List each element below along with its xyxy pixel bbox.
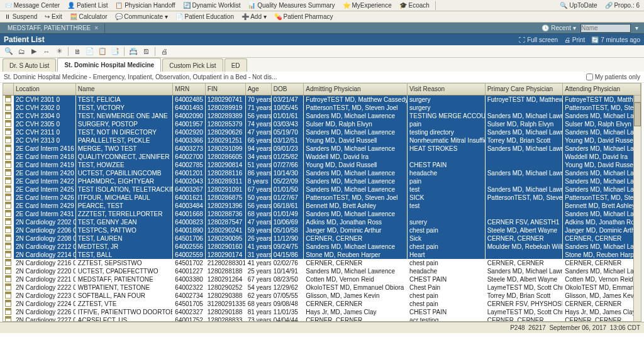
scroll-thumb[interactable] bbox=[634, 102, 641, 126]
clipboard-icon bbox=[5, 308, 11, 315]
col-location[interactable]: Location bbox=[13, 84, 75, 95]
toolbar-ecoach[interactable]: 🎓 Ecoach bbox=[396, 1, 433, 11]
toolbar-quality-measures-summary[interactable]: 📊 Quality Measures Summary bbox=[245, 1, 338, 11]
toolbar-patient-education[interactable]: 📄 Patient Education bbox=[172, 12, 237, 22]
table-row[interactable]: 2E Card Interm 2422 0PHARMDRC, EIGHTYEAR… bbox=[3, 177, 641, 185]
title-link-print[interactable]: 🖨 Print bbox=[564, 36, 585, 43]
status-pid: P248 bbox=[510, 324, 525, 331]
table-row[interactable]: 2C CVH 2305 0SURGERY, POSTOP640019571280… bbox=[3, 120, 641, 128]
col-att[interactable]: Attending Physician bbox=[563, 84, 641, 95]
table-row[interactable]: 2E Card Interm 2420 0UCTEST, CPABILLINGC… bbox=[3, 169, 641, 177]
toolbar-myexperience[interactable]: ⭐ MyExperience bbox=[340, 1, 395, 11]
tab-st-dominic-hospital-medicine[interactable]: St. Dominic Hospital Medicine bbox=[57, 58, 161, 72]
toolbar-icon-7[interactable]: 📄 bbox=[85, 47, 95, 56]
col-adm[interactable]: Admitting Physician bbox=[304, 84, 408, 95]
toolbar-icon-12[interactable]: 🖻 bbox=[141, 47, 151, 56]
toolbar-icon-9[interactable]: 📑 bbox=[110, 47, 120, 56]
list-tabs: Dr. S Auto ListSt. Dominic Hospital Medi… bbox=[0, 58, 644, 72]
col-dob[interactable]: DOB bbox=[271, 84, 303, 95]
tab-ed[interactable]: ED bbox=[225, 58, 247, 72]
toolbar-icon-0[interactable]: 🔍 bbox=[4, 47, 14, 56]
toolbar-physician-handoff[interactable]: 📋 Physician Handoff bbox=[112, 1, 178, 11]
toolbar-icon-11[interactable]: 📇 bbox=[128, 47, 138, 56]
clipboard-icon bbox=[5, 194, 11, 200]
col-pcp[interactable]: Primary Care Physician bbox=[485, 84, 563, 95]
table-row[interactable]: 2N Cardiology 2221 0MEDSTAFF, PATIENTONE… bbox=[3, 275, 641, 283]
clipboard-icon bbox=[5, 161, 11, 168]
col-fin[interactable]: FIN bbox=[205, 84, 245, 95]
toolbar-suspend[interactable]: ⏸ Suspend bbox=[1, 12, 40, 22]
toolbar-propo-6[interactable]: 🔗 Propo.: 6 bbox=[602, 1, 643, 11]
toolbar-exit[interactable]: ↪ Exit bbox=[42, 12, 65, 22]
col-name[interactable]: Name bbox=[75, 84, 172, 95]
table-row[interactable]: 2N Cardiology 2208 0TEST, LAUREN64501706… bbox=[3, 234, 641, 243]
table-row[interactable]: 2E Card Interm 2419 0TEST, HOWZEE6400278… bbox=[3, 161, 641, 169]
toolbar-icon-3[interactable]: ↔ bbox=[42, 47, 52, 56]
toolbar-uptodate[interactable]: 🔍 UpToDate bbox=[557, 1, 600, 11]
title-link-7-minutes-ago[interactable]: 🔄 7 minutes ago bbox=[591, 36, 640, 43]
scroll-up-button[interactable] bbox=[634, 95, 641, 102]
table-row[interactable]: 2N Cardiology 2226 0ITFIVE, PATIENTTWO D… bbox=[3, 308, 641, 316]
clipboard-icon bbox=[5, 283, 11, 290]
recent-dropdown[interactable]: 🕓 Recent ▾ bbox=[538, 23, 579, 33]
table-row[interactable]: 2N Cardiology 2214 0TEST, BALL6400255912… bbox=[3, 251, 641, 259]
toolbar-dynamic-worklist[interactable]: 🔄 Dynamic Worklist bbox=[180, 1, 244, 11]
toolbar-patient-pharmacy[interactable]: 💊 Patient Pharmacy bbox=[271, 12, 336, 22]
toolbar-icon-8[interactable]: 📋 bbox=[97, 47, 108, 56]
title-link-full-screen[interactable]: ⛶ Full screen bbox=[519, 36, 558, 43]
table-row[interactable]: 2C CVH 2313 0PARALLELTEST, PICKLE6400336… bbox=[3, 136, 641, 145]
my-patients-only[interactable]: My patients only bbox=[586, 74, 640, 80]
table-row[interactable]: 2N Cardiology 2220 0UCTEST, CPADEFECTTWO… bbox=[3, 267, 641, 275]
toolbar-icon-6[interactable]: 🗎 bbox=[72, 47, 82, 56]
status-bar: P248 26217 September 06, 2017 13:06 CDT bbox=[0, 322, 644, 333]
list-description: St. Dominic Hospital Medicine - Emergenc… bbox=[4, 74, 277, 80]
toolbar-calculator[interactable]: 🧮 Calculator bbox=[67, 12, 111, 22]
patient-search-input[interactable] bbox=[580, 24, 631, 33]
toolbar-message-center[interactable]: 📨 Message Center bbox=[1, 1, 63, 11]
col-reason[interactable]: Visit Reason bbox=[408, 84, 486, 95]
grid-scrollbar[interactable] bbox=[633, 95, 641, 321]
toolbar-row-2: ⏸ Suspend↪ Exit🧮 Calculator💬 Communicate… bbox=[0, 11, 644, 23]
table-row[interactable]: 2N Cardiology 2222 0WBTPATIENT, TESTONE6… bbox=[3, 283, 641, 292]
toolbar-icon-2[interactable]: ▶ bbox=[29, 47, 39, 56]
tab-dr-s-auto-list[interactable]: Dr. S Auto List bbox=[3, 58, 56, 72]
table-row[interactable]: 2E Card Interm 2418 0QUALITYCONNECT, JEN… bbox=[3, 153, 641, 161]
toolbar-patient-list[interactable]: 👤 Patient List bbox=[64, 1, 111, 11]
toolbar-icon-14[interactable]: 🖨 bbox=[159, 47, 169, 56]
status-time: 13:06 CDT bbox=[610, 324, 640, 331]
my-patients-checkbox[interactable] bbox=[586, 74, 593, 80]
list-subheader: St. Dominic Hospital Medicine - Emergenc… bbox=[0, 72, 644, 83]
toolbar-icon-1[interactable]: 🗂 bbox=[16, 47, 26, 56]
table-row[interactable]: 2E Card Interm 2429 0PEARCE, TEST6400348… bbox=[3, 202, 641, 210]
col-rowicon[interactable] bbox=[3, 84, 13, 95]
patient-grid[interactable]: LocationNameMRNFINAgeDOBAdmitting Physic… bbox=[3, 84, 641, 322]
patient-search-go[interactable]: ▾ bbox=[632, 23, 641, 33]
table-row[interactable]: 2C CVH 2301 0TEST, FELICIA64002485128029… bbox=[3, 95, 641, 104]
icon-toolbar: 🔍🗂▶↔✳🗎📄📋📑📇🖻🖨 bbox=[0, 45, 644, 58]
table-row[interactable]: 2N Cardiology 2212 0MEDTEST, JR640025561… bbox=[3, 243, 641, 251]
table-row[interactable]: 2N Cardiology 2216 0ZZTEST, SEPSISTWO645… bbox=[3, 259, 641, 267]
table-row[interactable]: 2E Card Interm 2416 0MERGE, TWO TEST6400… bbox=[3, 145, 641, 153]
col-mrn[interactable]: MRN bbox=[173, 84, 205, 95]
clipboard-icon bbox=[5, 112, 11, 119]
table-row[interactable]: 2N Cardiology 2223 0SOFTBALL, FAN FOUR64… bbox=[3, 292, 641, 300]
table-row[interactable]: 2N Cardiology 2227 0ACRSELECT, US6400175… bbox=[3, 316, 641, 322]
patient-grid-wrap: LocationNameMRNFINAgeDOBAdmitting Physic… bbox=[3, 83, 641, 322]
patient-tab[interactable]: MEDSTAFF, PATIENTTHREE × bbox=[1, 23, 105, 33]
table-row[interactable]: 2C CVH 2302 0TEST, VICTORY64001493128028… bbox=[3, 104, 641, 112]
col-age[interactable]: Age bbox=[245, 84, 271, 95]
table-row[interactable]: 2N Cardiology 2224 0ZZTEST, VTE645017053… bbox=[3, 300, 641, 308]
toolbar-add[interactable]: ➕ Add ▾ bbox=[238, 12, 270, 22]
table-row[interactable]: 2E Card Interm 2431 0ZZZTEST, TERRELLPOR… bbox=[3, 210, 641, 218]
toolbar-communicate[interactable]: 💬 Communicate ▾ bbox=[112, 12, 171, 22]
tab-custom-pick-list[interactable]: Custom Pick List bbox=[162, 58, 223, 72]
table-row[interactable]: 2E Card Interm 2425 0TEST ISOLATION, TEL… bbox=[3, 185, 641, 194]
table-row[interactable]: 2N Cardiology 2202 0TEST, GENNY JEAN6400… bbox=[3, 218, 641, 226]
table-row[interactable]: 2C CVH 2304 0TEST, NEWMERGE ONE JANE6400… bbox=[3, 112, 641, 120]
toolbar-icon-4[interactable]: ✳ bbox=[54, 47, 64, 56]
table-row[interactable]: 2C CVH 2311 0TEST, NOT IN DIRECTORY64002… bbox=[3, 128, 641, 136]
table-row[interactable]: 2E Card Interm 2426 0ITFOUR, MICHAEL PAU… bbox=[3, 194, 641, 202]
clipboard-icon bbox=[5, 259, 11, 266]
close-icon[interactable]: × bbox=[94, 25, 98, 31]
table-row[interactable]: 2N Cardiology 2206 0TESTPCS, PATTWO64001… bbox=[3, 226, 641, 234]
